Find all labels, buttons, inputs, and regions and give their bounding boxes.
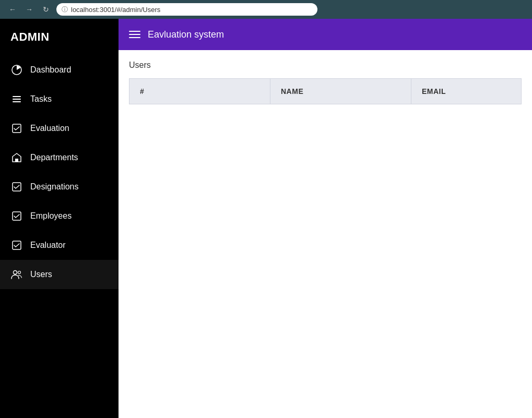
sidebar-item-employees[interactable]: Employees <box>0 201 119 231</box>
table-header-row: # NAME EMAIL <box>129 79 522 104</box>
svg-rect-3 <box>13 101 21 102</box>
refresh-button[interactable]: ↻ <box>40 3 52 16</box>
sidebar-item-label-designations: Designations <box>30 182 79 192</box>
forward-button[interactable]: → <box>23 3 36 16</box>
column-header-name: NAME <box>270 79 411 104</box>
sidebar-item-designations[interactable]: Designations <box>0 172 119 201</box>
sidebar-item-dashboard[interactable]: Dashboard <box>0 55 119 85</box>
sidebar-item-tasks[interactable]: Tasks <box>0 85 119 114</box>
users-table: # NAME EMAIL <box>129 78 522 104</box>
sidebar-item-label-users: Users <box>30 270 52 279</box>
sidebar-item-label-evaluator: Evaluator <box>30 241 66 250</box>
svg-rect-2 <box>13 99 21 100</box>
column-header-email: EMAIL <box>411 79 522 104</box>
sidebar-nav: Dashboard Tasks <box>0 55 119 289</box>
evaluation-icon <box>10 122 23 135</box>
sidebar-item-departments[interactable]: Departments <box>0 143 119 172</box>
address-bar[interactable]: ⓘ localhost:3001/#/admin/Users <box>56 3 317 16</box>
app-container: ADMIN Dashboard <box>0 19 532 418</box>
menu-toggle-button[interactable] <box>129 31 140 38</box>
tasks-icon <box>10 93 23 105</box>
browser-chrome: ← → ↻ ⓘ localhost:3001/#/admin/Users <box>0 0 532 19</box>
employees-icon <box>10 210 23 222</box>
url-text: localhost:3001/#/admin/Users <box>71 6 160 14</box>
info-icon: ⓘ <box>62 5 68 14</box>
page-heading: Users <box>129 61 522 70</box>
topbar: Eavluation system <box>119 19 532 50</box>
designations-icon <box>10 181 23 193</box>
page-content: Users # NAME EMAIL <box>119 50 532 418</box>
sidebar-item-label-dashboard: Dashboard <box>30 65 71 75</box>
main-content: Eavluation system Users # NAME EMAIL <box>119 19 532 418</box>
sidebar-item-users[interactable]: Users <box>0 260 119 289</box>
dashboard-icon <box>10 64 23 76</box>
table-header: # NAME EMAIL <box>129 79 522 104</box>
sidebar-item-evaluator[interactable]: Evaluator <box>0 231 119 260</box>
departments-icon <box>10 151 23 164</box>
svg-rect-1 <box>13 96 21 97</box>
sidebar: ADMIN Dashboard <box>0 19 119 418</box>
sidebar-item-label-departments: Departments <box>30 153 78 162</box>
sidebar-title: ADMIN <box>0 19 119 55</box>
sidebar-item-evaluation[interactable]: Evaluation <box>0 114 119 143</box>
back-button[interactable]: ← <box>6 3 19 16</box>
sidebar-item-label-tasks: Tasks <box>30 94 52 104</box>
users-icon <box>10 268 23 281</box>
sidebar-item-label-employees: Employees <box>30 211 72 221</box>
svg-point-10 <box>18 271 21 274</box>
svg-point-9 <box>14 271 17 274</box>
evaluator-icon <box>10 239 23 252</box>
svg-rect-5 <box>15 159 18 162</box>
sidebar-item-label-evaluation: Evaluation <box>30 124 69 133</box>
topbar-title: Eavluation system <box>148 29 224 40</box>
column-header-number: # <box>129 79 270 104</box>
